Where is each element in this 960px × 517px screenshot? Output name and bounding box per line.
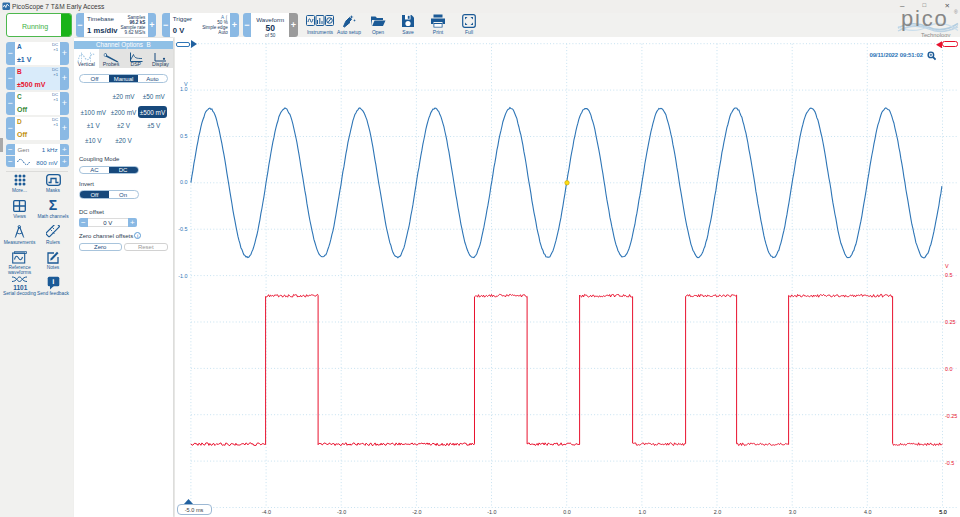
svg-text:pico: pico <box>901 6 949 31</box>
svg-text:i: i <box>52 277 54 286</box>
svg-text:1101: 1101 <box>13 284 27 291</box>
svg-text:®: ® <box>954 9 958 15</box>
